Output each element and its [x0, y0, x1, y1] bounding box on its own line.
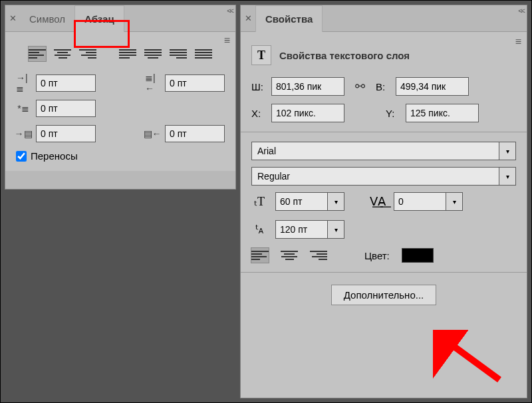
tab-symbol[interactable]: Символ: [20, 5, 74, 32]
space-before-input[interactable]: [36, 125, 96, 142]
space-after-icon: ▤←: [145, 128, 160, 140]
chevron-down-icon[interactable]: ▾: [446, 192, 463, 211]
font-size-icon: ₜT: [251, 194, 267, 209]
hyphenation-label: Переносы: [31, 150, 78, 162]
color-swatch[interactable]: [402, 248, 434, 263]
indent-right-input[interactable]: [165, 74, 225, 92]
font-style-input[interactable]: [251, 167, 499, 186]
panel-header: ✕ << Свойства: [241, 5, 527, 32]
leading-spinner[interactable]: ▾: [275, 220, 344, 239]
first-line-indent-icon: *≣: [16, 102, 31, 114]
font-family-input[interactable]: [251, 142, 499, 160]
font-size-input[interactable]: [275, 192, 327, 211]
chevron-down-icon[interactable]: ▾: [327, 192, 344, 211]
justify-last-right-button[interactable]: [170, 47, 187, 61]
color-label: Цвет:: [364, 250, 390, 261]
width-input[interactable]: [271, 77, 344, 96]
align-right-button[interactable]: [79, 47, 96, 61]
paragraph-panel: ✕ << Символ Абзац ≡ →|≣ ≣|← *≣: [5, 5, 236, 190]
justify-all-button[interactable]: [195, 47, 212, 61]
x-label: X:: [251, 108, 266, 119]
justify-last-left-button[interactable]: [119, 47, 136, 61]
text-layer-icon: T: [251, 45, 271, 65]
tracking-icon: V͟A͟: [370, 194, 386, 209]
indent-right-icon: ≣|←: [145, 77, 160, 89]
tab-paragraph[interactable]: Абзац: [74, 5, 124, 32]
paragraph-body: →|≣ ≣|← *≣ →▤ ▤← Переносы: [5, 32, 235, 171]
flyout-menu-icon[interactable]: ≡: [224, 35, 230, 47]
tracking-input[interactable]: [394, 192, 446, 211]
indent-left-input[interactable]: [36, 74, 96, 92]
tracking-spinner[interactable]: ▾: [394, 192, 463, 211]
chevron-down-icon[interactable]: ▾: [499, 142, 516, 160]
leading-input[interactable]: [275, 220, 327, 239]
text-align-left-button[interactable]: [251, 248, 269, 263]
font-size-spinner[interactable]: ▾: [275, 192, 344, 211]
y-label: Y:: [386, 108, 400, 119]
link-wh-icon[interactable]: ⚯: [350, 79, 370, 94]
x-input[interactable]: [271, 104, 344, 122]
chevron-down-icon[interactable]: ▾: [327, 220, 344, 239]
properties-panel: ✕ << Свойства ≡ T Свойства текстового сл…: [240, 5, 527, 398]
section-title: Свойства текстового слоя: [279, 50, 410, 61]
first-line-indent-input[interactable]: [36, 100, 96, 117]
more-options-button[interactable]: Дополнительно...: [331, 285, 436, 305]
hyphenation-checkbox[interactable]: [16, 151, 27, 162]
justify-last-center-button[interactable]: [144, 47, 162, 61]
chevron-down-icon[interactable]: ▾: [499, 167, 516, 186]
font-family-dropdown[interactable]: ▾: [251, 142, 516, 160]
close-icon[interactable]: ✕: [241, 5, 255, 31]
font-style-dropdown[interactable]: ▾: [251, 167, 516, 186]
close-icon[interactable]: ✕: [5, 5, 20, 31]
text-align-center-button[interactable]: [281, 248, 298, 263]
panel-header: ✕ << Символ Абзац: [5, 5, 235, 32]
space-before-icon: →▤: [16, 128, 31, 140]
space-after-input[interactable]: [165, 125, 225, 142]
height-label: В:: [376, 81, 390, 92]
collapse-icon[interactable]: <<: [227, 7, 233, 15]
leading-icon: ᵗA: [251, 222, 267, 237]
height-input[interactable]: [396, 77, 469, 96]
indent-left-icon: →|≣: [16, 77, 31, 89]
properties-body: T Свойства текстового слоя Ш: ⚯ В: X: Y:…: [241, 32, 527, 398]
width-label: Ш:: [251, 81, 266, 92]
align-left-button[interactable]: [29, 47, 46, 61]
y-input[interactable]: [406, 104, 479, 122]
flyout-menu-icon[interactable]: ≡: [515, 36, 521, 48]
collapse-icon[interactable]: <<: [518, 7, 524, 15]
text-align-right-button[interactable]: [310, 248, 327, 263]
tab-properties[interactable]: Свойства: [255, 5, 323, 32]
align-center-button[interactable]: [54, 47, 71, 61]
